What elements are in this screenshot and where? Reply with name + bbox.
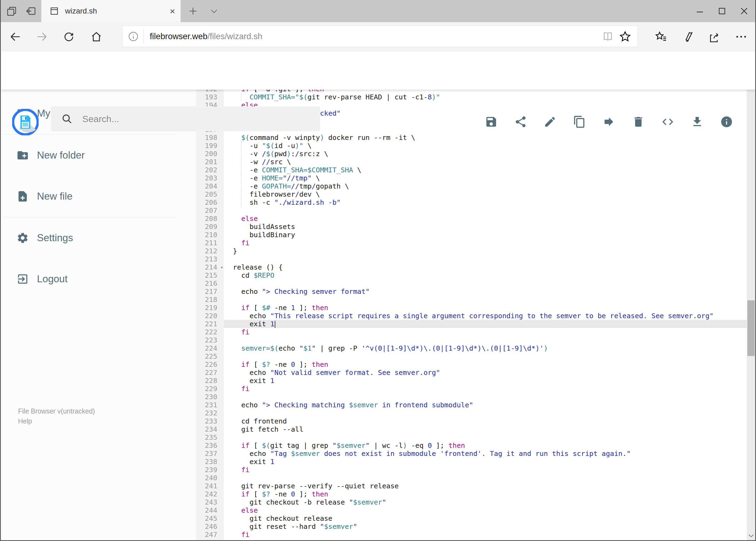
code-line[interactable]: 227 echo "Not valid semver format. See s… xyxy=(196,368,747,376)
line-number: 228 xyxy=(196,376,224,385)
code-line[interactable]: 234 git fetch --all xyxy=(196,425,747,433)
line-number: 202 xyxy=(196,166,224,174)
download-button[interactable] xyxy=(690,115,704,129)
code-line[interactable]: 192 if [ -d .git ]; then xyxy=(196,90,747,93)
code-line[interactable]: 246 git reset --hard "$semver" xyxy=(196,522,747,530)
code-line[interactable]: 239 fi xyxy=(196,466,747,474)
reading-view-button[interactable] xyxy=(599,28,617,45)
code-line[interactable]: 242 if [ $? -ne 0 ]; then xyxy=(196,490,747,498)
code-line[interactable]: 204 -e GOPATH=//tmp/gopath \ xyxy=(196,182,747,190)
code-line[interactable]: 198 $(command -v winpty) docker run --rm… xyxy=(196,134,747,142)
new-tab-button[interactable] xyxy=(185,0,201,22)
code-line[interactable]: 203 -e HOME="//tmp" \ xyxy=(196,174,747,182)
edit-button[interactable] xyxy=(543,115,557,129)
minimize-button[interactable] xyxy=(689,0,711,22)
forward-button[interactable] xyxy=(31,26,53,48)
code-line[interactable]: 222 fi xyxy=(196,328,747,336)
sidebar-item-label: New file xyxy=(37,191,73,202)
code-line[interactable]: 226 if [ $? -ne 0 ]; then xyxy=(196,360,747,368)
sidebar-item-new-folder[interactable]: New folder xyxy=(1,143,179,168)
move-button[interactable] xyxy=(602,115,616,129)
help-link[interactable]: Help xyxy=(18,416,95,426)
code-line[interactable]: 200 -v /$(pwd):/src:z \ xyxy=(196,150,747,158)
filebrowser-logo-icon[interactable] xyxy=(12,109,39,135)
code-line[interactable]: 231 echo "> Checking matching $semver in… xyxy=(196,401,747,409)
code-line[interactable]: 238 exit 1 xyxy=(196,457,747,466)
code-line[interactable]: 207 xyxy=(196,206,747,215)
share-page-button[interactable] xyxy=(702,26,726,48)
code-line[interactable]: 233 cd frontend xyxy=(196,417,747,425)
back-button[interactable] xyxy=(5,26,26,48)
code-line[interactable]: 240 xyxy=(196,474,747,482)
scrollbar-thumb[interactable] xyxy=(747,300,755,356)
code-line[interactable]: 199 -u "$(id -u)" \ xyxy=(196,142,747,150)
code-line[interactable]: 247 fi xyxy=(196,530,747,539)
set-tabs-aside-button[interactable] xyxy=(21,0,40,22)
save-icon xyxy=(485,115,498,128)
site-info-icon[interactable] xyxy=(127,31,139,42)
sidebar-item-new-file[interactable]: New file xyxy=(1,184,179,209)
code-line[interactable]: 208 else xyxy=(196,215,747,223)
code-line[interactable]: 237 echo "Tag $semver does not exist in … xyxy=(196,449,747,457)
code-line[interactable]: 236 if [ $(git tag | grep "$semver" | wc… xyxy=(196,441,747,449)
code-line[interactable]: 219 if [ $# -ne 1 ]; then xyxy=(196,303,747,312)
code-line[interactable]: 202 -e COMMIT_SHA=$COMMIT_SHA \ xyxy=(196,166,747,174)
code-view-button[interactable] xyxy=(661,115,675,129)
url-field[interactable]: filebrowser.web/files/wizard.sh xyxy=(122,26,638,47)
tab-preview-chevron-button[interactable] xyxy=(206,0,222,22)
code-line[interactable]: 224 semver=$(echo "$1" | grep -P '^v(0|[… xyxy=(196,344,747,352)
code-editor[interactable]: 192 if [ -d .git ]; then193 COMMIT_SHA="… xyxy=(196,90,747,540)
add-favorite-button[interactable] xyxy=(617,28,634,45)
code-line[interactable]: 243 git checkout -b release "$semver" xyxy=(196,498,747,506)
tab-wizard-sh[interactable]: wizard.sh × xyxy=(41,0,180,22)
scrollbar[interactable] xyxy=(747,51,755,540)
delete-button[interactable] xyxy=(631,115,645,129)
code-line[interactable]: 223 xyxy=(196,336,747,344)
code-line[interactable]: 211 fi xyxy=(196,239,747,247)
code-line[interactable]: 228 exit 1 xyxy=(196,376,747,385)
code-line[interactable]: 220 echo "This release script requires a… xyxy=(196,312,747,320)
code-line[interactable]: 235 xyxy=(196,433,747,441)
code-line[interactable]: 210 buildBinary xyxy=(196,231,747,239)
refresh-button[interactable] xyxy=(58,26,80,48)
save-button[interactable] xyxy=(484,115,498,129)
code-line[interactable]: 216 xyxy=(196,279,747,287)
web-note-button[interactable] xyxy=(676,26,700,48)
code-line[interactable]: 209 buildAssets xyxy=(196,223,747,231)
code-line[interactable]: 201 -w //src \ xyxy=(196,158,747,166)
line-number: 223 xyxy=(196,336,224,344)
info-button[interactable] xyxy=(720,115,734,129)
code-line[interactable]: 212} xyxy=(196,247,747,255)
close-window-button[interactable] xyxy=(733,0,755,22)
line-number: 213 xyxy=(196,255,224,263)
favorites-hub-button[interactable] xyxy=(649,26,673,48)
share-button[interactable] xyxy=(514,115,528,129)
code-line[interactable]: 241 git rev-parse --verify --quiet relea… xyxy=(196,482,747,490)
code-line[interactable]: 205 filebrowser/dev \ xyxy=(196,190,747,198)
code-line[interactable]: 217 echo "> Checking semver format" xyxy=(196,287,747,295)
code-line[interactable]: 232 xyxy=(196,409,747,417)
code-line[interactable]: 218 xyxy=(196,295,747,303)
code-line[interactable]: 221 exit 1 xyxy=(196,320,747,328)
scroll-down-button[interactable] xyxy=(747,531,755,540)
code-line[interactable]: 244 else xyxy=(196,506,747,514)
code-line[interactable]: 230 xyxy=(196,393,747,401)
code-line[interactable]: 214▾release () { xyxy=(196,263,747,271)
copy-button[interactable] xyxy=(573,115,587,129)
code-line[interactable]: 193 COMMIT_SHA="$(git rev-parse HEAD | c… xyxy=(196,93,747,101)
search-input[interactable]: Search... xyxy=(51,106,320,131)
tab-close-button[interactable]: × xyxy=(164,3,180,19)
sidebar-item-settings[interactable]: Settings xyxy=(1,226,179,251)
code-line[interactable]: 245 git checkout release xyxy=(196,514,747,522)
more-options-button[interactable] xyxy=(729,26,753,48)
code-line[interactable]: 215 cd $REPO xyxy=(196,271,747,279)
code-line[interactable]: 213 xyxy=(196,255,747,263)
maximize-button[interactable] xyxy=(711,0,733,22)
sidebar-item-logout[interactable]: Logout xyxy=(1,267,179,291)
code-line[interactable]: 225 xyxy=(196,352,747,360)
home-button[interactable] xyxy=(86,26,107,48)
fold-marker-icon[interactable]: ▾ xyxy=(220,264,223,271)
tab-preview-button[interactable] xyxy=(2,0,21,22)
code-line[interactable]: 229 fi xyxy=(196,385,747,393)
code-line[interactable]: 206 sh -c "./wizard.sh -b" xyxy=(196,198,747,206)
